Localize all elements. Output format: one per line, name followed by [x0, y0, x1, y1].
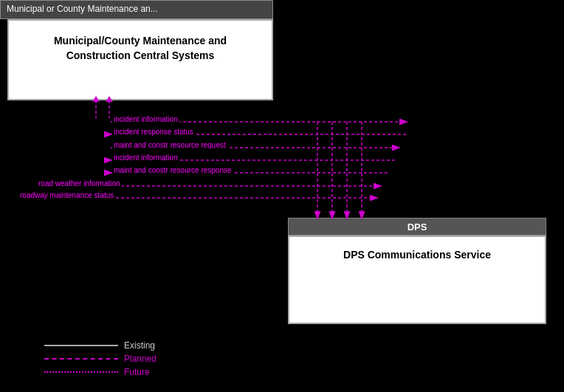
dps-header: DPS [288, 218, 546, 235]
legend-label-existing: Existing [124, 340, 155, 351]
legend-label-planned: Planned [124, 354, 157, 364]
legend-item-future: Future [44, 367, 157, 377]
legend-label-future: Future [124, 367, 150, 377]
flow-label-incident-response: incident response status [112, 128, 195, 136]
dps-box: DPS Communications Service [288, 235, 546, 324]
legend-line-future [44, 371, 118, 373]
municipal-box: Municipal/County Maintenance and Constru… [7, 19, 273, 100]
title-bar: Municipal or County Maintenance an... [0, 0, 273, 19]
legend: Existing Planned Future [44, 340, 157, 377]
flow-label-roadway-maint: roadway maintenance status [18, 191, 115, 199]
legend-item-planned: Planned [44, 354, 157, 364]
municipal-label: Municipal/County Maintenance and Constru… [9, 21, 272, 63]
flow-label-incident-info-2: incident information [112, 154, 179, 162]
flow-label-maint-resource-req: maint and constr resource request [112, 141, 227, 149]
flow-label-maint-resource-resp: maint and constr resource response [112, 166, 233, 174]
legend-item-existing: Existing [44, 340, 157, 351]
flow-label-incident-info-1: incident information [112, 115, 179, 123]
flow-label-road-weather: road weather information [37, 179, 122, 188]
legend-line-planned [44, 358, 118, 360]
dps-label: DPS Communications Service [289, 237, 545, 261]
legend-line-existing [44, 345, 118, 346]
